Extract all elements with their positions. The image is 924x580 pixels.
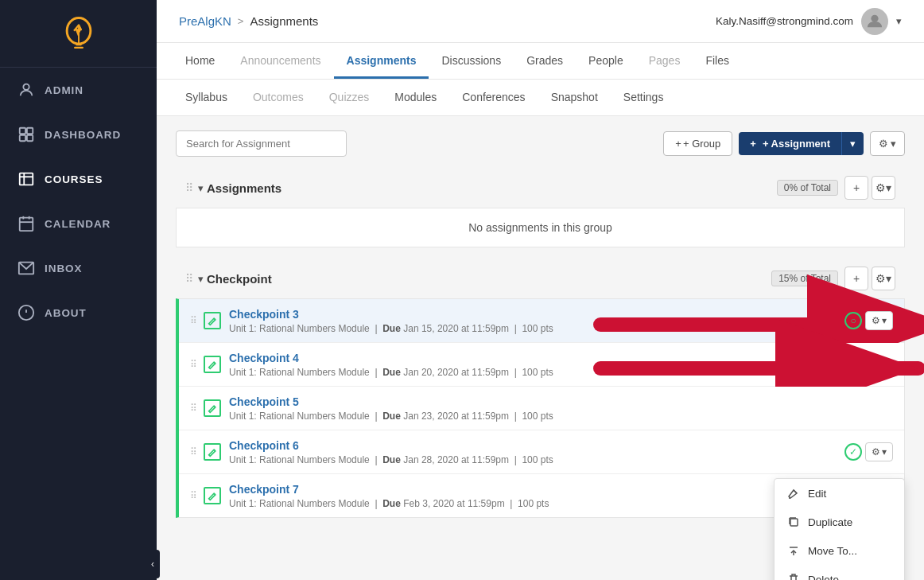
duplicate-icon [787,516,800,528]
row-drag-handle[interactable]: ⠿ [190,403,197,414]
tab-modules[interactable]: Modules [382,80,449,115]
svg-line-27 [214,450,215,451]
tab-outcomes[interactable]: Outcomes [240,80,316,115]
tab-announcements[interactable]: Announcements [227,43,333,79]
assignment-title[interactable]: Checkpoint 6 [229,439,299,452]
group-settings-button[interactable]: ⚙▾ [872,176,895,200]
global-settings-button[interactable]: ⚙ ▾ [870,131,905,156]
assignment-meta: Unit 1: Rational Numbers Module | Due Ja… [229,323,844,334]
logo [0,0,157,68]
assignment-title[interactable]: Checkpoint 7 [229,483,299,496]
svg-rect-31 [790,519,798,526]
sidebar-item-admin[interactable]: ADMIN [0,68,157,112]
tab-settings[interactable]: Settings [611,80,677,115]
delete-icon [787,573,800,580]
tab-conferences[interactable]: Conferences [449,80,538,115]
topbar-right: Kaly.Nasiff@strongmind.com ▾ [716,8,902,35]
row-drag-handle[interactable]: ⠿ [190,446,197,457]
sidebar-item-calendar[interactable]: CALENDAR [0,201,157,246]
drag-handle[interactable]: ⠿ [185,181,193,194]
checkpoint-toggle[interactable]: ▾ [198,273,204,285]
breadcrumb-separator: > [238,15,244,27]
search-input[interactable] [176,130,347,157]
sidebar-item-inbox[interactable]: INBOX [0,246,157,290]
tab-home[interactable]: Home [173,43,227,79]
tab-grades[interactable]: Grades [514,43,576,79]
svg-line-24 [214,362,215,364]
assignment-icon [204,312,221,329]
sidebar-item-courses[interactable]: COURSES [0,157,157,201]
group-btn-label: + Group [683,138,720,150]
svg-rect-9 [27,135,33,141]
svg-rect-10 [20,173,33,185]
sidebar-nav: ADMIN DASHBOARD COURSES CALENDAR INBOX A… [0,68,157,548]
assignment-content: Checkpoint 6 Unit 1: Rational Numbers Mo… [229,438,844,465]
edit-icon [787,487,800,500]
plus-icon: + [675,138,681,150]
svg-rect-3 [74,47,83,49]
assignment-row-checkpoint5: ⠿ Checkpoint 5 Unit 1: Rational Numbers … [179,387,904,430]
dropdown-duplicate-label: Duplicate [808,516,852,528]
assignment-icon [204,356,221,373]
tab-people[interactable]: People [576,43,636,79]
sidebar-item-dashboard[interactable]: DASHBOARD [0,112,157,157]
row-drag-handle[interactable]: ⠿ [190,315,197,326]
published-indicator: ✓ [844,443,862,461]
pencil-icon [208,447,218,457]
context-dropdown-menu: Edit Duplicate Move To... Delete [774,478,905,580]
add-to-group-button[interactable]: + [844,176,868,200]
add-to-checkpoint-button[interactable]: + [844,267,868,290]
assignment-content: Checkpoint 3 Unit 1: Rational Numbers Mo… [229,307,844,334]
assignment-meta: Unit 1: Rational Numbers Module | Due Ja… [229,367,893,378]
assignment-title[interactable]: Checkpoint 5 [229,395,299,408]
checkpoint-group-name: Checkpoint [207,272,771,286]
sidebar-item-inbox-label: INBOX [45,263,82,274]
add-assignment-button-group: + + Assignment ▾ [739,132,864,155]
row-drag-handle[interactable]: ⠿ [190,359,197,370]
row-drag-handle[interactable]: ⠿ [190,490,197,501]
tab-quizzes[interactable]: Quizzes [316,80,382,115]
assignment-dropdown-toggle[interactable]: ▾ [841,132,864,155]
group-toggle[interactable]: ▾ [198,182,204,194]
assignment-row-checkpoint6: ⠿ Checkpoint 6 Unit 1: Rational Numbers … [179,430,904,474]
dropdown-item-edit[interactable]: Edit [775,479,904,508]
assignment-row-checkpoint3: ⠿ Checkpoint 3 Unit 1: Rational Numbers … [179,299,904,343]
assignment-icon [204,399,221,417]
gear-icon: ⚙ [879,138,888,150]
tab-assignments[interactable]: Assignments [334,43,429,79]
sidebar-collapse-button[interactable]: ‹ [146,550,160,578]
group-percent: 0% of Total [777,180,838,196]
sidebar-item-about[interactable]: ABOUT [0,290,157,335]
pencil-icon [208,491,218,501]
add-assignment-button[interactable]: + + Assignment [739,132,841,155]
svg-rect-6 [20,128,25,134]
row-settings-button[interactable]: ⚙▾ [865,442,893,461]
calendar-icon [17,215,35,232]
row-settings-button[interactable]: ⚙▾ [865,311,893,330]
tab-files[interactable]: Files [693,43,742,79]
breadcrumb-link[interactable]: PreAlgKN [179,14,231,28]
tab-discussions[interactable]: Discussions [429,43,514,79]
sidebar: ADMIN DASHBOARD COURSES CALENDAR INBOX A… [0,0,157,580]
content-area: + + Group + + Assignment ▾ ⚙ ▾ [157,116,924,580]
checkpoint-settings-button[interactable]: ⚙▾ [872,267,895,290]
assignment-title[interactable]: Checkpoint 3 [229,308,299,321]
tab-syllabus[interactable]: Syllabus [173,80,240,115]
tab-snapshot[interactable]: Snapshot [538,80,611,115]
assignment-row-checkpoint4: ⠿ Checkpoint 4 Unit 1: Rational Numbers … [179,343,904,387]
due-label: Due [382,323,401,334]
pencil-icon [208,360,218,370]
nav-tabs-row2: Syllabus Outcomes Quizzes Modules Confer… [157,80,924,116]
dropdown-item-delete[interactable]: Delete [775,565,904,580]
dropdown-item-move-to[interactable]: Move To... [775,536,904,565]
svg-rect-7 [27,128,33,134]
assignment-title[interactable]: Checkpoint 4 [229,352,299,364]
drag-handle2[interactable]: ⠿ [185,272,193,285]
svg-line-28 [214,493,215,495]
user-menu-chevron[interactable]: ▾ [896,15,902,27]
assignment-meta: Unit 1: Rational Numbers Module | Due Fe… [229,498,844,509]
dropdown-item-duplicate[interactable]: Duplicate [775,508,904,536]
tab-pages[interactable]: Pages [636,43,693,79]
add-group-button[interactable]: + + Group [663,131,732,156]
main-content: PreAlgKN > Assignments Kaly.Nasiff@stron… [157,0,924,580]
